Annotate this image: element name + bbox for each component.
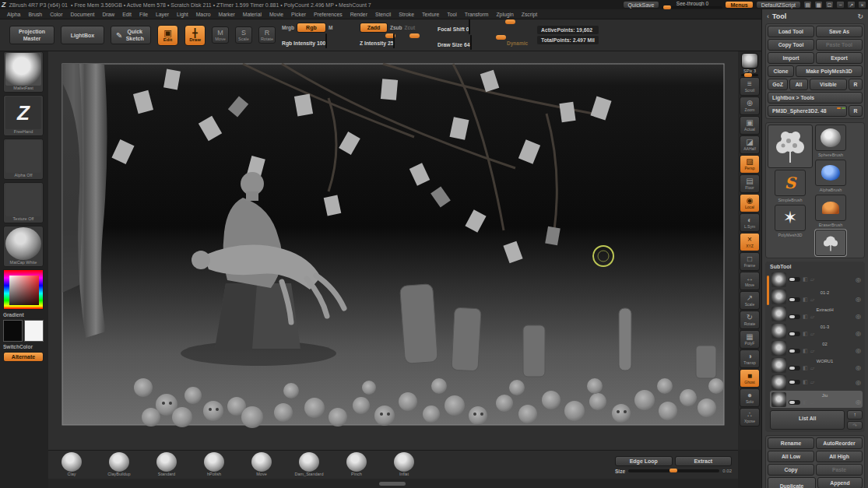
subtool-row[interactable]: 02◧▱◎: [770, 339, 863, 356]
menu-item[interactable]: Edit: [118, 12, 135, 17]
menu-item[interactable]: Material: [239, 12, 265, 17]
make-polymesh3d-button[interactable]: Make PolyMesh3D: [796, 65, 863, 77]
material-selector[interactable]: MatCap White: [3, 226, 44, 267]
shelf-toggle-button[interactable]: ●Solo: [740, 388, 760, 407]
shelf-toggle-button[interactable]: ◑Transp: [740, 349, 760, 368]
shelf-toggle-button[interactable]: ◐L.Sym: [740, 213, 760, 232]
visibility-toggle[interactable]: [789, 314, 800, 319]
subtool-header[interactable]: SubTool: [770, 264, 863, 269]
menu-item[interactable]: Stroke: [395, 12, 418, 17]
mrgb-button[interactable]: Mrgb: [282, 25, 294, 30]
draw-button[interactable]: ╋ Draw: [184, 25, 206, 46]
active-tool-name[interactable]: PM3D_Sphere3D2. 48: [768, 105, 847, 117]
load-tool-button[interactable]: Load Tool: [768, 26, 814, 37]
shelf-toggle-button[interactable]: ▦PolyF: [740, 330, 760, 349]
zsub-button[interactable]: Zsub: [390, 25, 402, 30]
size-slider[interactable]: Size 0.02: [615, 469, 732, 474]
horizontal-scrollbar[interactable]: [379, 482, 406, 486]
default-zscript-button[interactable]: DefaultZScript: [756, 1, 801, 9]
edit-button[interactable]: ▣ Edit: [157, 25, 178, 46]
window-control-icon[interactable]: ⊡: [825, 1, 834, 9]
menu-item[interactable]: Tool: [443, 12, 460, 17]
goz-visible-button[interactable]: Visible: [810, 79, 847, 90]
eye-icon[interactable]: ◎: [856, 296, 861, 303]
eye-icon[interactable]: ◎: [856, 364, 861, 371]
menus-button[interactable]: Menus: [725, 1, 753, 9]
shelf-toggle-button[interactable]: ■Ghost: [740, 369, 760, 388]
goz-all-button[interactable]: All: [789, 79, 808, 90]
menu-item[interactable]: Marker: [215, 12, 239, 17]
main-color-swatch[interactable]: [3, 320, 23, 342]
polypaint-icon[interactable]: ◧: [803, 365, 808, 371]
eye-icon[interactable]: ◎: [856, 347, 861, 354]
uv-icon[interactable]: ▱: [810, 365, 814, 371]
window-control-icon[interactable]: ↗: [847, 1, 856, 9]
shelf-toggle-button[interactable]: ◉Local: [740, 194, 760, 212]
menu-item[interactable]: Preferences: [310, 12, 346, 17]
window-control-icon[interactable]: ▤: [803, 1, 812, 9]
shelf-toggle-button[interactable]: ◪AAHalf: [740, 135, 760, 154]
paste-subtool-button[interactable]: Paste: [816, 464, 863, 476]
menu-item[interactable]: Render: [346, 12, 371, 17]
rotate-button[interactable]: R Rotate: [258, 26, 276, 44]
autoreorder-button[interactable]: AutoReorder: [816, 437, 863, 449]
subtool-row[interactable]: WORU1◧▱◎: [770, 356, 863, 374]
focal-shift-slider[interactable]: Focal Shift 0: [438, 20, 531, 34]
polypaint-icon[interactable]: ◧: [803, 314, 808, 320]
shelf-toggle-button[interactable]: ▣Actual: [740, 116, 760, 135]
dynamic-toggle[interactable]: Dynamic: [507, 40, 528, 46]
draw-size-slider[interactable]: Draw Size 64: [438, 36, 504, 50]
subtool-row[interactable]: ◧▱◎: [770, 374, 863, 391]
shelf-toggle-button[interactable]: ≡Scroll: [740, 77, 760, 96]
eye-icon[interactable]: ◎: [856, 313, 861, 320]
spix-control[interactable]: SPix 3: [739, 53, 761, 76]
lightbox-button[interactable]: LightBox: [61, 26, 104, 44]
append-button[interactable]: Append: [817, 477, 863, 488]
subtool-scrollbar[interactable]: [767, 276, 769, 305]
m-button[interactable]: M: [329, 25, 332, 30]
shelf-toggle-button[interactable]: □Frame: [740, 252, 760, 271]
shelf-toggle-button[interactable]: ↗Scale: [740, 291, 760, 310]
secondary-color-swatch[interactable]: [24, 320, 44, 342]
texture-selector[interactable]: Texture Off: [3, 182, 44, 223]
current-brush-selector[interactable]: MalletFast: [3, 51, 44, 93]
eye-icon[interactable]: ◎: [856, 330, 861, 337]
paste-tool-button[interactable]: Paste Tool: [816, 39, 863, 51]
visibility-toggle[interactable]: [789, 332, 800, 336]
menu-item[interactable]: Stencil: [371, 12, 395, 17]
subtool-row[interactable]: ExtractH◧▱◎: [770, 305, 863, 322]
save-as-button[interactable]: Save As: [816, 26, 863, 37]
subtool-row[interactable]: ◧▱◎: [770, 271, 863, 288]
eye-icon[interactable]: ◎: [856, 379, 861, 386]
menu-item[interactable]: Texture: [418, 12, 443, 17]
tool-slot-eraserbrush[interactable]: [815, 195, 846, 221]
polypaint-icon[interactable]: ◧: [803, 379, 808, 385]
switchcolor-button[interactable]: SwitchColor: [3, 344, 48, 349]
polypaint-icon[interactable]: ◧: [803, 297, 808, 303]
shelf-toggle-button[interactable]: ⊕Zoom: [740, 97, 760, 115]
zadd-button[interactable]: Zadd: [360, 23, 388, 33]
uv-icon[interactable]: ▱: [810, 297, 814, 303]
uv-icon[interactable]: ▱: [810, 399, 814, 405]
menu-item[interactable]: Document: [66, 12, 98, 17]
visibility-toggle[interactable]: [789, 380, 800, 384]
z-intensity-slider[interactable]: Z Intensity 25: [360, 34, 431, 48]
clone-button[interactable]: Clone: [768, 65, 794, 77]
tool-slot-polymesh3d[interactable]: ✶: [775, 205, 806, 231]
uv-icon[interactable]: ▱: [810, 276, 814, 283]
menu-item[interactable]: Macro: [192, 12, 215, 17]
uv-icon[interactable]: ▱: [810, 314, 814, 320]
menu-item[interactable]: Movie: [265, 12, 287, 17]
visibility-toggle[interactable]: [789, 297, 800, 302]
brush-preset[interactable]: ClayBuildup: [102, 452, 136, 477]
shelf-toggle-button[interactable]: ▤Floor: [740, 174, 760, 193]
polypaint-icon[interactable]: ◧: [803, 276, 808, 283]
goz-r-button[interactable]: R: [849, 79, 863, 90]
tool-slot-spherebrush[interactable]: [815, 125, 846, 151]
refresh-icon[interactable]: ↻: [857, 12, 863, 20]
shelf-toggle-button[interactable]: ▨Persp: [740, 155, 760, 174]
menu-item[interactable]: File: [135, 12, 152, 17]
menu-item[interactable]: Color: [46, 12, 66, 17]
alternate-button[interactable]: Alternate: [3, 352, 44, 362]
all-low-button[interactable]: All Low: [768, 451, 814, 462]
